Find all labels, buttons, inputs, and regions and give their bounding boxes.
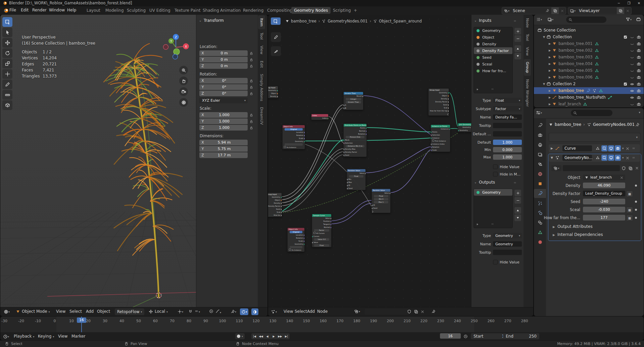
copy-node-group[interactable] [627, 165, 633, 171]
node-group-input[interactable]: Group InputGeometryObjectDensityDensity … [428, 88, 449, 116]
tool-cursor-button[interactable] [2, 28, 12, 37]
socket-item[interactable]: Object [474, 34, 512, 41]
socket-item[interactable]: Density [474, 41, 512, 47]
chain-icon[interactable] [538, 220, 543, 225]
delete-modifier-icon[interactable] [626, 146, 630, 151]
cam-icon[interactable] [637, 35, 641, 39]
node-menu-add[interactable]: Add [307, 309, 315, 314]
field-default-[interactable] [493, 131, 522, 137]
sliders-icon[interactable] [536, 110, 541, 115]
node-greater-than[interactable]: Greater ThanResultIntegerGreater ThanAB [343, 92, 363, 110]
field-default[interactable]: 1.000 [493, 140, 522, 145]
properties-tab-tool[interactable] [534, 121, 546, 130]
outliner-row-bamboo-tree-005[interactable]: ▶bamboo_tree.005 [534, 67, 644, 74]
node-group-input[interactable]: Group InputGeometryObjectDensity [268, 86, 278, 98]
tool-pen-button[interactable] [2, 80, 12, 89]
node-group-icon-dropdown[interactable]: ▾ [354, 309, 360, 314]
node-canvas[interactable]: Greater ThanResultIntegerGreater ThanABG… [268, 15, 471, 307]
inputs-list[interactable]: GeometryObjectDensityDensity FactorSeedS… [474, 27, 513, 93]
printer-icon[interactable] [538, 142, 543, 147]
node-group-browse[interactable]: ▾ [551, 165, 561, 171]
eyec-icon[interactable] [630, 102, 634, 106]
triu-icon[interactable] [516, 209, 519, 212]
keying-icon[interactable]: ▾ [231, 309, 236, 314]
wrench-icon[interactable] [538, 123, 543, 128]
fake-user-shield[interactable] [407, 309, 411, 314]
animate-property-dot[interactable] [635, 217, 637, 219]
cam-icon[interactable] [637, 102, 641, 106]
workspace-tab-modeling[interactable]: Modeling [103, 7, 127, 14]
prev-key-button[interactable]: ◀◀ [258, 335, 264, 338]
section-internal-dependencies[interactable]: ▶Internal Dependencies [553, 232, 603, 237]
snap-toggle[interactable] [188, 309, 193, 314]
lock-icon[interactable] [249, 79, 253, 83]
node-sidebar-tab-tool[interactable]: Tool [524, 31, 531, 44]
location-y-field[interactable]: Y0 m [199, 57, 248, 62]
outliner-row-bamboo-tree-006[interactable]: ▶bamboo_tree.006 [534, 74, 644, 81]
eyec-icon[interactable] [630, 48, 634, 53]
menu-file[interactable]: File [9, 8, 16, 12]
nav-zoomp-button[interactable] [179, 66, 188, 75]
x-icon[interactable] [626, 156, 630, 160]
clock-icon[interactable] [3, 334, 8, 339]
lock-icon[interactable] [249, 91, 255, 96]
tool-selbox-button[interactable] [2, 17, 12, 27]
unlink-node-group[interactable] [420, 309, 425, 314]
lock-icon[interactable] [249, 64, 253, 68]
modifier-field-seed[interactable]: -240 [583, 199, 625, 204]
socket-item[interactable]: Density Factor [474, 47, 512, 54]
pin-node-group[interactable] [431, 309, 436, 314]
field-name[interactable]: Density Fa... [493, 114, 522, 120]
maximize-button[interactable]: ❐ [624, 0, 634, 6]
pin-icon[interactable] [231, 309, 235, 314]
outliner[interactable]: ▾▾▾ Scene Collection ▼Collection ▶bamboo… [534, 15, 644, 107]
input-attribute-toggle[interactable]: ▦ [626, 191, 633, 197]
jump-end-button[interactable]: ▶| [283, 335, 290, 338]
cam-icon[interactable] [637, 48, 641, 53]
drag-modifier-icon[interactable] [632, 146, 636, 151]
node-menu-select[interactable]: Select [295, 309, 307, 314]
end-frame-field[interactable]: End250 [503, 333, 539, 339]
triu-icon[interactable] [516, 47, 519, 50]
trid-icon[interactable] [516, 54, 519, 58]
keying-dropdown[interactable]: Keying ▾ [38, 334, 54, 339]
properties-tab-material[interactable] [534, 238, 546, 247]
modifier-curve[interactable]: ▶ Curve ▾ [549, 144, 640, 152]
node-distribute-points-on-faces[interactable]: Distribute Points on FacesPointsNormalRo… [343, 123, 367, 157]
imgs-icon[interactable] [538, 152, 543, 157]
meshdata-icon[interactable] [596, 156, 600, 160]
sidebar-tab-edit[interactable]: Edit [258, 58, 265, 70]
overlay-toggle[interactable] [251, 308, 258, 315]
lock-icon[interactable] [249, 84, 255, 90]
outliner-row-bamboo-tree-003[interactable]: ▶bamboo_tree.003 [534, 54, 644, 60]
node-annotate-tool[interactable] [271, 32, 281, 42]
x-icon[interactable] [620, 176, 624, 180]
minus-icon[interactable] [516, 199, 520, 202]
field-name[interactable]: Geometry [493, 241, 522, 247]
viewport-menu-view[interactable]: View [56, 309, 65, 314]
clock-icon[interactable] [463, 334, 468, 339]
properties-editor[interactable]: ▾▾ bamboo_tree› GeometryNodes.001▾ ▶ Cur… [534, 108, 644, 316]
node-knife-tool[interactable] [271, 46, 281, 56]
shield-icon[interactable] [407, 309, 411, 314]
menu-window[interactable]: Window [49, 8, 65, 12]
copy-icon[interactable] [628, 166, 633, 170]
scene-selector[interactable]: ▾ Scene [502, 7, 566, 14]
remove-viewlayer-icon[interactable] [624, 7, 631, 14]
filter-dropdown[interactable]: ▾ [626, 17, 632, 22]
section-output-attributes[interactable]: ▶Output Attributes [553, 224, 593, 229]
field-tooltip[interactable] [493, 250, 522, 255]
pin-icon[interactable] [544, 7, 551, 14]
spawn-icon[interactable] [553, 166, 558, 170]
scenei-icon[interactable] [538, 162, 543, 167]
orientation-dropdown[interactable]: Local ▾ [155, 309, 168, 314]
lock-icon[interactable] [249, 50, 255, 56]
add-socket-button[interactable] [514, 189, 522, 197]
grip-icon[interactable] [194, 309, 199, 314]
socket-item[interactable]: How far fro... [474, 67, 512, 74]
editor-type-button[interactable]: ▾ [4, 309, 10, 314]
field-tooltip[interactable] [493, 123, 522, 128]
node-group-name-field[interactable] [563, 165, 620, 171]
node-sidebar-tab-group[interactable]: Group [524, 59, 531, 76]
copy-node-group[interactable] [414, 309, 418, 314]
